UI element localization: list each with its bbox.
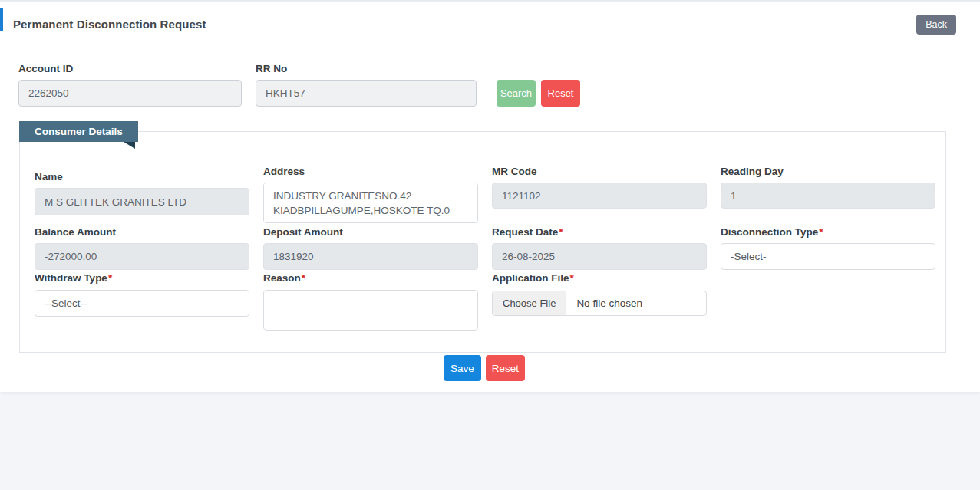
reason-label-text: Reason: [263, 272, 301, 284]
withdraw-type-label: Withdraw Type*: [35, 272, 112, 284]
deposit-amount-input: [263, 243, 478, 270]
required-asterisk: *: [559, 226, 563, 238]
content-card: Permanent Disconnection Request Back Acc…: [0, 0, 980, 392]
required-asterisk: *: [302, 272, 305, 284]
name-label: Name: [35, 171, 63, 183]
save-button[interactable]: Save: [444, 355, 481, 381]
consumer-details-tab: Consumer Details: [19, 121, 138, 142]
required-asterisk: *: [819, 226, 823, 238]
back-button[interactable]: Back: [916, 15, 956, 35]
mr-code-input: [492, 183, 707, 209]
disconnection-type-select[interactable]: -Select-: [721, 243, 935, 270]
account-id-label: Account ID: [18, 63, 73, 74]
file-chosen-status: No file chosen: [566, 291, 652, 315]
address-label: Address: [263, 166, 305, 177]
rr-no-input[interactable]: [256, 80, 477, 107]
required-asterisk: *: [570, 272, 574, 284]
form-reset-button[interactable]: Reset: [486, 355, 525, 381]
choose-file-button[interactable]: Choose File: [493, 291, 566, 315]
reading-day-label: Reading Day: [721, 166, 784, 177]
withdraw-type-select[interactable]: --Select--: [35, 290, 249, 317]
disconnection-type-label: Disconnection Type*: [721, 226, 823, 238]
name-input: [35, 188, 249, 215]
balance-amount-label: Balance Amount: [35, 226, 116, 238]
mr-code-label: MR Code: [492, 166, 537, 177]
application-file-label: Application File*: [492, 272, 574, 284]
tab-notch-decoration: [124, 142, 135, 149]
rr-no-label: RR No: [256, 63, 287, 74]
balance-amount-input: [35, 243, 249, 270]
consumer-details-panel: Consumer Details Name Address INDUSTRY G…: [19, 131, 946, 353]
request-date-label: Request Date*: [492, 226, 563, 238]
application-file-label-text: Application File: [492, 272, 569, 284]
application-file-input[interactable]: Choose File No file chosen: [492, 291, 707, 316]
required-asterisk: *: [108, 272, 112, 284]
page-header: Permanent Disconnection Request Back: [0, 2, 980, 44]
request-date-input: [492, 243, 707, 270]
title-accent-bar: [0, 8, 3, 31]
reason-textarea[interactable]: [263, 290, 478, 331]
reading-day-input: [721, 183, 935, 209]
reason-label: Reason*: [263, 272, 305, 284]
withdraw-type-label-text: Withdraw Type: [35, 272, 107, 284]
account-id-input[interactable]: [18, 80, 242, 107]
disconnection-type-label-text: Disconnection Type: [721, 226, 818, 238]
address-textarea[interactable]: INDUSTRY GRANITESNO.42 KIADBPILLAGUMPE,H…: [263, 183, 478, 223]
page-title: Permanent Disconnection Request: [13, 18, 206, 31]
search-button[interactable]: Search: [497, 80, 536, 107]
search-reset-button[interactable]: Reset: [541, 80, 580, 107]
deposit-amount-label: Deposit Amount: [263, 226, 343, 238]
request-date-label-text: Request Date: [492, 226, 558, 238]
